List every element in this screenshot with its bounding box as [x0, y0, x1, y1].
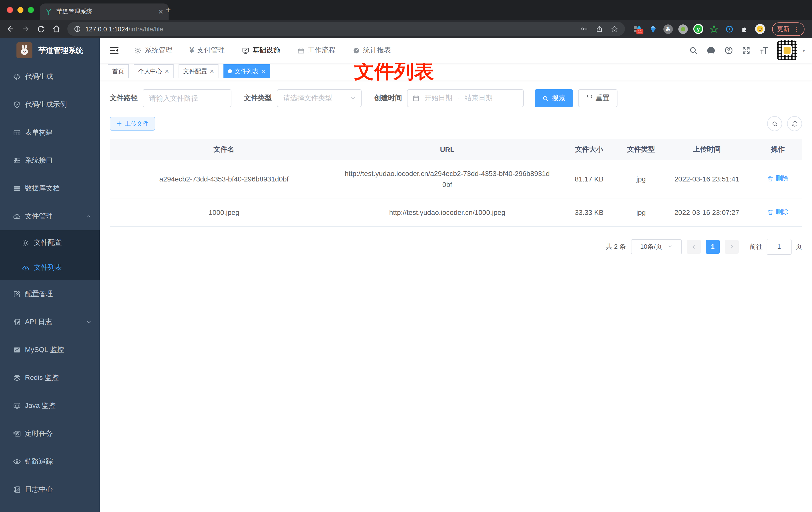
- page-size-select[interactable]: 10条/页: [631, 239, 682, 254]
- refresh-icon: [586, 95, 592, 101]
- browser-menu-icon[interactable]: ⋮: [793, 25, 800, 33]
- table-row: a294ecb2-73dd-4353-bf40-296b8931d0bf htt…: [110, 160, 802, 198]
- extension-green-dot-icon[interactable]: [678, 24, 688, 34]
- file-path-label: 文件路径: [110, 94, 138, 103]
- close-icon[interactable]: ✕: [165, 68, 169, 74]
- app-logo[interactable]: 芋道管理系统: [0, 38, 100, 63]
- back-icon[interactable]: [6, 24, 15, 33]
- close-window-button[interactable]: [7, 7, 13, 13]
- site-info-icon[interactable]: [74, 25, 81, 32]
- refresh-table-icon[interactable]: [787, 116, 802, 131]
- tag-file-config[interactable]: 文件配置 ✕: [179, 64, 219, 78]
- tag-file-list[interactable]: 文件列表 ✕: [224, 64, 270, 78]
- avatar-caret-icon[interactable]: ▾: [803, 48, 805, 53]
- extension-kite-icon[interactable]: [648, 24, 658, 34]
- browser-tab[interactable]: 芋道管理系统 ✕: [40, 3, 169, 20]
- zoom-window-button[interactable]: [28, 7, 34, 13]
- table-header-row: 文件名 URL 文件大小 文件类型 上传时间 操作: [110, 139, 802, 160]
- page-unit-label: 页: [795, 242, 802, 251]
- reload-icon[interactable]: [37, 25, 46, 33]
- reset-button[interactable]: 重置: [578, 89, 617, 107]
- cloud-download-icon: [13, 212, 21, 220]
- sidebar-item-file-list[interactable]: 文件列表: [0, 255, 100, 280]
- browser-update-button[interactable]: 更新 ⋮: [772, 22, 805, 36]
- extension-green-star-icon[interactable]: [709, 24, 719, 34]
- total-count: 共 2 条: [606, 242, 626, 251]
- file-type-select[interactable]: 请选择文件类型: [277, 89, 361, 107]
- extensions-puzzle-icon[interactable]: [740, 24, 750, 34]
- forward-icon[interactable]: [22, 24, 30, 33]
- upload-file-button[interactable]: 上传文件: [110, 117, 155, 131]
- extension-command-icon[interactable]: ⌘: [663, 24, 673, 34]
- extension-blue-eye-icon[interactable]: [724, 24, 734, 34]
- minimize-window-button[interactable]: [18, 7, 24, 13]
- cell-file-name: a294ecb2-73dd-4353-bf40-296b8931d0bf: [110, 160, 338, 198]
- dashboard-icon: [353, 47, 360, 54]
- user-qr-avatar[interactable]: [777, 40, 797, 60]
- help-icon[interactable]: [724, 46, 733, 55]
- prev-page-button[interactable]: [687, 240, 701, 253]
- github-icon[interactable]: [706, 46, 716, 55]
- sidebar-item-code-generation[interactable]: 代码生成: [0, 63, 100, 91]
- trash-icon: [767, 209, 774, 215]
- sidebar-item-java-monitor[interactable]: Java 监控: [0, 392, 100, 420]
- sidebar-item-file-management[interactable]: 文件管理: [0, 203, 100, 230]
- show-search-toggle-icon[interactable]: [767, 116, 782, 131]
- sidebar-item-api-log[interactable]: API 日志: [0, 308, 100, 336]
- new-tab-button[interactable]: +: [166, 4, 171, 16]
- top-nav-reports[interactable]: 统计报表: [344, 38, 400, 63]
- sidebar-item-mysql-monitor[interactable]: MySQL 监控: [0, 336, 100, 364]
- top-nav-infrastructure[interactable]: 基础设施: [233, 38, 289, 63]
- app-shell: 芋道管理系统 代码生成 代码生成示例 表单构建 系统接口 数据库文档: [0, 38, 812, 512]
- tag-profile[interactable]: 个人中心 ✕: [134, 64, 174, 78]
- close-icon[interactable]: ✕: [261, 68, 266, 74]
- top-nav-system[interactable]: 系统管理: [126, 38, 181, 63]
- sidebar-item-config-management[interactable]: 配置管理: [0, 280, 100, 308]
- extension-y-icon[interactable]: y: [693, 24, 703, 34]
- home-icon[interactable]: [52, 24, 61, 33]
- header-actions: ▾: [689, 40, 805, 60]
- font-size-icon[interactable]: [759, 46, 768, 55]
- password-key-icon[interactable]: [580, 25, 588, 33]
- monitor-icon: [13, 402, 21, 410]
- delete-link[interactable]: 删除: [767, 173, 788, 184]
- profile-emoji-avatar[interactable]: [755, 24, 765, 34]
- extension-blocks-icon[interactable]: 11: [633, 24, 642, 34]
- col-file-size: 文件大小: [556, 139, 622, 160]
- sidebar-item-redis-monitor[interactable]: Redis 监控: [0, 364, 100, 392]
- header-search-icon[interactable]: [689, 46, 698, 55]
- date-range-picker[interactable]: 开始日期 - 结束日期: [407, 89, 524, 107]
- cell-file-type: jpg: [622, 160, 660, 198]
- url-bar[interactable]: 127.0.0.1:1024/infra/file/file: [67, 22, 625, 36]
- search-button[interactable]: 搜索: [535, 89, 573, 107]
- sidebar-item-log-center[interactable]: 日志中心: [0, 476, 100, 504]
- next-page-button[interactable]: [725, 240, 739, 253]
- goto-page-input[interactable]: [766, 239, 791, 254]
- fullscreen-icon[interactable]: [742, 46, 751, 55]
- cell-url: http://test.yudao.iocoder.cn/a294ecb2-73…: [338, 160, 556, 198]
- sidebar-item-db-doc[interactable]: 数据库文档: [0, 175, 100, 203]
- top-nav-workflow[interactable]: 工作流程: [289, 38, 344, 63]
- current-page-button[interactable]: 1: [706, 240, 720, 253]
- tab-close-icon[interactable]: ✕: [158, 8, 164, 15]
- chevron-up-icon: [86, 213, 92, 219]
- file-path-input[interactable]: [143, 89, 231, 107]
- share-icon[interactable]: [596, 25, 603, 33]
- sidebar-item-system-api[interactable]: 系统接口: [0, 147, 100, 175]
- close-icon[interactable]: ✕: [209, 68, 214, 74]
- sidebar-item-file-config[interactable]: 文件配置: [0, 230, 100, 255]
- menu-fold-icon[interactable]: [109, 46, 119, 55]
- delete-link[interactable]: 删除: [767, 206, 788, 217]
- app-header: 系统管理 ¥ 支付管理 基础设施 工作流程: [100, 38, 812, 63]
- sidebar-item-form-builder[interactable]: 表单构建: [0, 119, 100, 147]
- gear-icon: [22, 239, 30, 246]
- sidebar-item-trace[interactable]: 链路追踪: [0, 448, 100, 476]
- tag-home[interactable]: 首页: [108, 64, 129, 78]
- sidebar-item-scheduled-tasks[interactable]: 定时任务: [0, 420, 100, 448]
- window-controls: [7, 7, 34, 13]
- sidebar-submenu-file: 文件配置 文件列表: [0, 230, 100, 280]
- top-nav-payment[interactable]: ¥ 支付管理: [181, 38, 233, 63]
- bookmark-star-icon[interactable]: [610, 25, 618, 33]
- date-separator: -: [457, 94, 460, 102]
- sidebar-item-code-example[interactable]: 代码生成示例: [0, 91, 100, 119]
